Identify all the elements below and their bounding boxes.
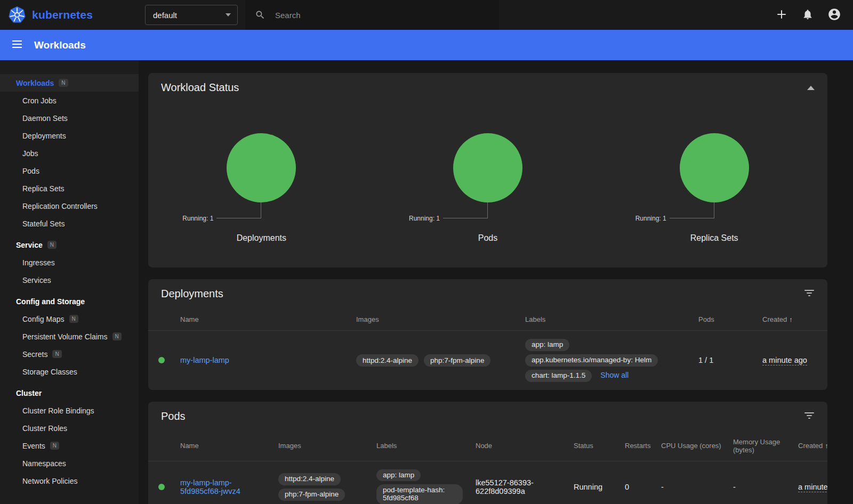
sidebar-item-storage-classes[interactable]: Storage Classes <box>0 363 139 380</box>
page-title: Workloads <box>34 39 86 51</box>
sort-ascending-icon: ↑ <box>789 315 793 323</box>
sidebar-item-services[interactable]: Services <box>0 271 139 289</box>
pie-chart-deployments[interactable] <box>227 133 296 202</box>
legend-connector <box>216 202 261 218</box>
pie-chart-replica-sets[interactable] <box>680 133 749 202</box>
filter-icon <box>804 288 815 298</box>
column-header-created[interactable]: Created↑ <box>798 431 827 461</box>
sidebar-item-label: Stateful Sets <box>22 220 65 228</box>
sidebar-item-label: Network Policies <box>22 477 77 485</box>
column-header-images[interactable]: Images <box>278 431 376 461</box>
sidebar-item-label: Cluster Role Bindings <box>22 407 94 415</box>
sidebar-item-secrets[interactable]: Secrets N <box>0 345 139 363</box>
sidebar-item-config-maps[interactable]: Config Maps N <box>0 310 139 328</box>
sidebar-item-stateful-sets[interactable]: Stateful Sets <box>0 215 139 232</box>
legend-label: Running: 1 <box>409 215 440 222</box>
topbar-actions <box>775 7 853 23</box>
sidebar-item-events[interactable]: Events N <box>0 437 139 454</box>
sidebar-item-daemon-sets[interactable]: Daemon Sets <box>0 109 139 127</box>
create-resource-button[interactable] <box>775 8 788 22</box>
sidebar-item-persistent-volume-claims[interactable]: Persistent Volume Claims N <box>0 328 139 345</box>
pod-node: lke55127-86393-622f8d09399a <box>476 461 574 504</box>
column-header-status[interactable]: Status <box>574 431 625 461</box>
column-header-memory[interactable]: Memory Usage (bytes) <box>733 431 798 461</box>
sidebar-item-pods[interactable]: Pods <box>0 162 139 180</box>
sidebar-item-service[interactable]: Service N <box>0 236 139 254</box>
column-header-labels[interactable]: Labels <box>525 308 698 331</box>
deployments-table: Name Images Labels Pods Created↑ my-lamp… <box>148 308 827 390</box>
pod-memory-usage: - <box>733 461 798 504</box>
chevron-down-icon <box>226 13 231 17</box>
deployment-name-link[interactable]: my-lamp-lamp <box>180 356 229 364</box>
sidebar-item-cluster[interactable]: Cluster <box>0 384 139 402</box>
status-column-header <box>148 308 180 331</box>
status-running-icon <box>158 357 165 363</box>
label-chip: app: lamp <box>525 339 569 351</box>
sidebar-item-workloads[interactable]: Workloads N <box>0 74 139 92</box>
image-chip: httpd:2.4-alpine <box>356 354 419 367</box>
image-chip: httpd:2.4-alpine <box>278 473 341 485</box>
sidebar-item-namespaces[interactable]: Namespaces <box>0 454 139 472</box>
sidebar-item-deployments[interactable]: Deployments <box>0 127 139 144</box>
image-chip: php:7-fpm-alpine <box>424 354 490 367</box>
search-icon <box>255 10 265 20</box>
sidebar-item-label: Secrets <box>22 350 47 359</box>
label-chip: app.kubernetes.io/managed-by: Helm <box>525 354 658 367</box>
deployments-card: Deployments Name Images Labels <box>148 279 827 390</box>
sidebar-item-replication-controllers[interactable]: Replication Controllers <box>0 197 139 215</box>
column-header-created[interactable]: Created↑ <box>762 308 827 331</box>
sidebar-item-label: Jobs <box>22 149 38 158</box>
sidebar-item-jobs[interactable]: Jobs <box>0 144 139 162</box>
collapse-card-button[interactable] <box>807 84 815 92</box>
sidebar-item-cron-jobs[interactable]: Cron Jobs <box>0 92 139 109</box>
account-button[interactable] <box>827 7 841 23</box>
card-title-workload-status: Workload Status <box>161 82 239 94</box>
namespace-selector[interactable]: default <box>145 5 238 25</box>
filter-icon <box>804 410 815 421</box>
column-header-restarts[interactable]: Restarts <box>625 431 661 461</box>
pod-name-link[interactable]: my-lamp-lamp-5fd985cf68-jwvz4 <box>180 478 240 495</box>
sidebar-item-label: Ingresses <box>22 258 55 267</box>
column-header-images[interactable]: Images <box>356 308 525 331</box>
filter-button[interactable] <box>804 288 815 300</box>
legend-connector <box>670 202 714 218</box>
column-header-pods[interactable]: Pods <box>698 308 762 331</box>
top-app-bar: kubernetes default <box>0 0 853 30</box>
search-bar[interactable] <box>245 0 499 30</box>
image-chip: php:7-fpm-alpine <box>278 489 345 501</box>
pie-chart-pods[interactable] <box>453 133 522 202</box>
kubernetes-brand[interactable]: kubernetes <box>0 5 138 25</box>
card-title-pods: Pods <box>161 410 186 422</box>
column-header-name[interactable]: Name <box>180 308 356 331</box>
pod-table-row[interactable]: my-lamp-lamp-5fd985cf68-jwvz4 httpd:2.4-… <box>148 461 827 504</box>
sidebar-item-label: Events <box>22 442 45 450</box>
workload-chart-pods: Running: 1 Pods <box>375 102 601 267</box>
sidebar-item-label: Cluster <box>16 389 42 397</box>
sidebar-item-label: Services <box>22 276 51 284</box>
column-header-name[interactable]: Name <box>180 431 278 461</box>
sidebar-item-config-and-storage[interactable]: Config and Storage <box>0 292 139 310</box>
sidebar-item-replica-sets[interactable]: Replica Sets <box>0 180 139 197</box>
sidebar-item-ingresses[interactable]: Ingresses <box>0 254 139 271</box>
kubernetes-logo-icon <box>7 5 27 25</box>
filter-button[interactable] <box>804 410 815 422</box>
sidebar-item-label: Persistent Volume Claims <box>22 332 108 341</box>
sidebar-item-cluster-role-bindings[interactable]: Cluster Role Bindings <box>0 402 139 419</box>
notifications-button[interactable] <box>802 9 814 22</box>
pod-status: Running <box>574 461 625 504</box>
label-chip: app: lamp <box>376 469 421 482</box>
search-input[interactable] <box>275 11 489 20</box>
sidebar-item-network-policies[interactable]: Network Policies <box>0 472 139 490</box>
deployment-table-row[interactable]: my-lamp-lamp httpd:2.4-alpinephp:7-fpm-a… <box>148 331 827 390</box>
pods-table: Name Images Labels Node Status Restarts … <box>148 431 827 504</box>
show-all-labels-link[interactable]: Show all <box>600 371 629 379</box>
sidebar-item-label: Namespaces <box>22 459 66 468</box>
column-header-cpu[interactable]: CPU Usage (cores) <box>661 431 733 461</box>
hamburger-menu-icon <box>11 38 23 51</box>
column-header-node[interactable]: Node <box>476 431 574 461</box>
chart-title: Pods <box>375 233 601 243</box>
sidebar-item-label: Pods <box>22 167 39 175</box>
menu-button[interactable] <box>11 38 23 52</box>
sidebar-item-cluster-roles[interactable]: Cluster Roles <box>0 419 139 437</box>
column-header-labels[interactable]: Labels <box>376 431 476 461</box>
